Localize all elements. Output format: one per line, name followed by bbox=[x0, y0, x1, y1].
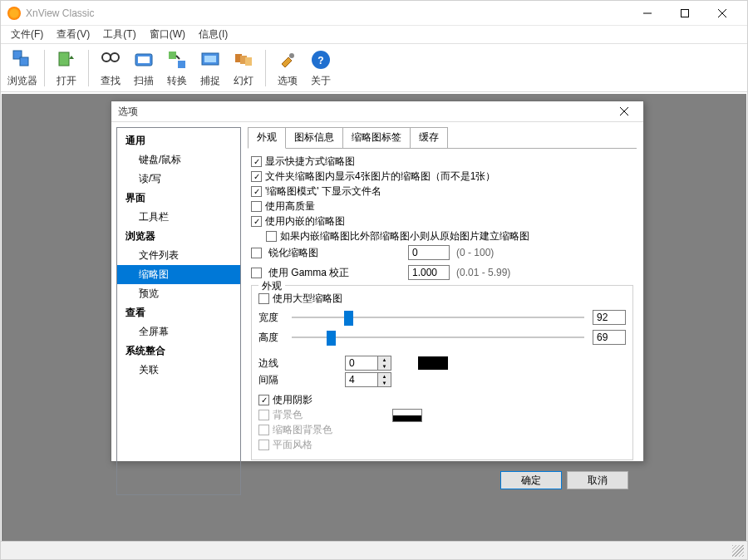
appearance-legend: 外观 bbox=[258, 279, 285, 293]
tree-general[interactable]: 通用 bbox=[117, 131, 240, 150]
options-tree[interactable]: 通用 键盘/鼠标 读/写 界面 工具栏 浏览器 文件列表 缩略图 预览 查看 全… bbox=[116, 127, 241, 495]
tree-preview[interactable]: 预览 bbox=[117, 284, 240, 303]
width-value[interactable]: 92 bbox=[593, 310, 626, 325]
tree-keyboard[interactable]: 键盘/鼠标 bbox=[117, 150, 240, 169]
options-dialog: 选项 通用 键盘/鼠标 读/写 界面 工具栏 浏览器 文件列表 缩略图 预览 查… bbox=[111, 101, 644, 462]
chk-filename[interactable] bbox=[251, 186, 262, 197]
tree-integration[interactable]: 系统整合 bbox=[117, 341, 240, 361]
toolbar-browser[interactable]: 浏览器 bbox=[6, 46, 39, 91]
app-icon bbox=[7, 7, 21, 20]
sharpen-hint: (0 - 100) bbox=[456, 247, 494, 258]
lbl-gamma: 使用 Gamma 校正 bbox=[268, 266, 401, 280]
height-value[interactable]: 69 bbox=[593, 330, 626, 345]
lbl-shortcut: 显示快捷方式缩略图 bbox=[265, 155, 355, 169]
tree-toolbar[interactable]: 工具栏 bbox=[117, 208, 240, 227]
tree-browser[interactable]: 浏览器 bbox=[117, 227, 240, 246]
appearance-group: 外观 使用大型缩略图 宽度 92 高度 69 边线 bbox=[251, 285, 633, 460]
chk-gamma[interactable] bbox=[251, 268, 262, 278]
maximize-button[interactable] bbox=[666, 2, 703, 25]
menu-info[interactable]: 信息(I) bbox=[192, 26, 234, 43]
tree-assoc[interactable]: 关联 bbox=[117, 361, 240, 380]
svg-point-5 bbox=[111, 53, 119, 61]
toolbar-slideshow[interactable]: 幻灯 bbox=[227, 46, 260, 91]
about-icon: ? bbox=[309, 48, 332, 71]
tab-content: 显示快捷方式缩略图 文件夹缩略图内显示4张图片的缩略图（而不是1张） '缩略图模… bbox=[248, 149, 637, 465]
height-slider[interactable] bbox=[292, 329, 584, 346]
toolbar-label: 捕捉 bbox=[200, 74, 220, 88]
border-color-chip[interactable] bbox=[418, 356, 448, 370]
chk-folder4[interactable] bbox=[251, 171, 262, 182]
capture-icon bbox=[199, 48, 222, 71]
dialog-close-button[interactable] bbox=[612, 101, 637, 121]
svg-rect-3 bbox=[59, 52, 69, 66]
options-icon bbox=[276, 48, 299, 71]
statusbar bbox=[1, 541, 747, 559]
toolbar-open[interactable]: 打开 bbox=[50, 46, 83, 91]
tree-thumbnail[interactable]: 缩略图 bbox=[117, 265, 240, 284]
convert-icon bbox=[165, 48, 189, 71]
lbl-embedded: 使用内嵌的缩略图 bbox=[265, 214, 345, 228]
ok-button[interactable]: 确定 bbox=[500, 471, 562, 489]
svg-rect-11 bbox=[204, 56, 216, 62]
lbl-spacing: 间隔 bbox=[258, 373, 283, 387]
gamma-input[interactable]: 1.000 bbox=[408, 265, 450, 280]
tab-appearance[interactable]: 外观 bbox=[248, 127, 286, 149]
border-spinner[interactable]: 0▲▼ bbox=[345, 356, 391, 371]
svg-rect-7 bbox=[138, 56, 150, 63]
sharpen-input[interactable]: 0 bbox=[408, 245, 450, 260]
menu-window[interactable]: 窗口(W) bbox=[143, 26, 192, 43]
spin-down-icon[interactable]: ▼ bbox=[378, 380, 391, 386]
close-button[interactable] bbox=[703, 2, 741, 25]
gamma-hint: (0.01 - 5.99) bbox=[456, 267, 510, 278]
lbl-border: 边线 bbox=[258, 356, 283, 371]
toolbar-capture[interactable]: 捕捉 bbox=[194, 46, 227, 91]
menu-file[interactable]: 文件(F) bbox=[4, 26, 50, 43]
lbl-shadow: 使用阴影 bbox=[273, 393, 312, 407]
minimize-button[interactable] bbox=[628, 2, 666, 25]
svg-rect-2 bbox=[20, 57, 28, 66]
chk-shortcut[interactable] bbox=[251, 156, 262, 167]
tree-fullscreen[interactable]: 全屏幕 bbox=[117, 322, 240, 341]
cancel-button[interactable]: 取消 bbox=[567, 471, 628, 489]
chk-embedded[interactable] bbox=[251, 216, 262, 227]
lbl-thumbbg: 缩略图背景色 bbox=[273, 423, 332, 437]
svg-rect-14 bbox=[245, 57, 252, 66]
menu-view[interactable]: 查看(V) bbox=[50, 26, 96, 43]
tree-interface[interactable]: 界面 bbox=[117, 189, 240, 208]
spin-down-icon[interactable]: ▼ bbox=[378, 363, 391, 370]
toolbar-convert[interactable]: 转换 bbox=[160, 46, 194, 91]
chk-shadow[interactable] bbox=[258, 395, 269, 405]
toolbar-about[interactable]: ? 关于 bbox=[304, 46, 337, 91]
chk-large[interactable] bbox=[258, 293, 269, 304]
chk-sharpen[interactable] bbox=[251, 248, 262, 258]
toolbar-scan[interactable]: 扫描 bbox=[127, 46, 160, 91]
options-panel: 外观 图标信息 缩略图标签 缓存 显示快捷方式缩略图 文件夹缩略图内显示4张图片… bbox=[244, 122, 643, 500]
tab-iconinfo[interactable]: 图标信息 bbox=[285, 127, 343, 148]
spin-up-icon[interactable]: ▲ bbox=[378, 356, 391, 363]
tree-filelist[interactable]: 文件列表 bbox=[117, 246, 240, 265]
tree-readwrite[interactable]: 读/写 bbox=[117, 169, 240, 189]
width-slider[interactable] bbox=[292, 309, 584, 326]
toolbar-find[interactable]: 查找 bbox=[94, 46, 127, 91]
menubar: 文件(F) 查看(V) 工具(T) 窗口(W) 信息(I) bbox=[1, 26, 747, 44]
spin-up-icon[interactable]: ▲ bbox=[378, 373, 391, 380]
menu-tools[interactable]: 工具(T) bbox=[96, 26, 142, 43]
tab-cache[interactable]: 缓存 bbox=[410, 127, 448, 148]
tab-thumbtag[interactable]: 缩略图标签 bbox=[342, 127, 411, 148]
lbl-sharpen: 锐化缩略图 bbox=[268, 246, 401, 260]
chk-embedded-fallback[interactable] bbox=[266, 231, 277, 242]
svg-text:?: ? bbox=[317, 55, 323, 66]
resize-grip-icon[interactable] bbox=[732, 545, 744, 557]
svg-rect-0 bbox=[681, 9, 688, 17]
lbl-height: 高度 bbox=[258, 331, 283, 345]
dialog-footer: 确定 取消 bbox=[248, 465, 637, 495]
toolbar-label: 选项 bbox=[278, 74, 298, 88]
dialog-titlebar[interactable]: 选项 bbox=[111, 101, 643, 122]
bg-color-chip[interactable] bbox=[392, 409, 422, 422]
chk-hq[interactable] bbox=[251, 201, 262, 212]
spacing-spinner[interactable]: 4▲▼ bbox=[345, 372, 391, 387]
toolbar-options[interactable]: 选项 bbox=[271, 46, 304, 91]
tabs: 外观 图标信息 缩略图标签 缓存 bbox=[248, 127, 637, 149]
tree-view[interactable]: 查看 bbox=[117, 303, 240, 322]
lbl-width: 宽度 bbox=[258, 311, 283, 325]
